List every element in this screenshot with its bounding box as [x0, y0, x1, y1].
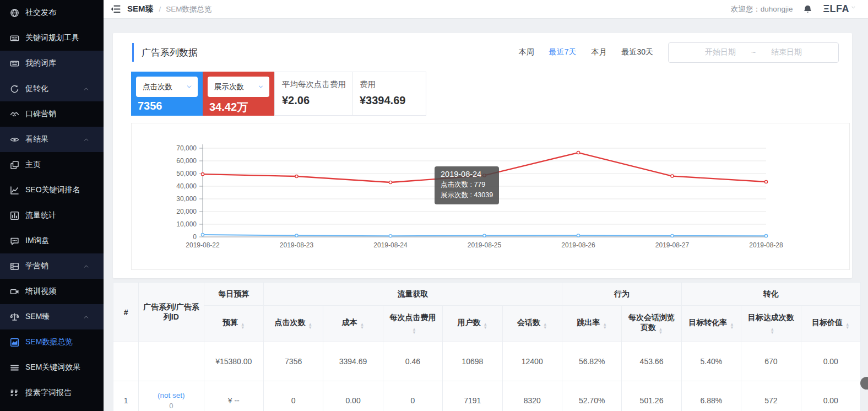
- col-header-label: 成本: [342, 318, 357, 327]
- col-header-6[interactable]: 跳出率▲▼: [562, 306, 621, 342]
- sidebar-item-10[interactable]: 学营销: [0, 253, 104, 279]
- stat-label: 平均每次点击费用: [282, 79, 352, 90]
- svg-text:2019-08-28: 2019-08-28: [749, 241, 783, 249]
- chevron-up-icon: [83, 86, 89, 92]
- table-cell: 670: [741, 342, 801, 381]
- copy-icon: [10, 160, 19, 170]
- col-group-3: 转化: [681, 283, 860, 306]
- date-range-picker[interactable]: 开始日期 ~ 结束日期: [668, 42, 839, 63]
- table-cell: 0.46: [383, 342, 442, 381]
- sidebar-item-12[interactable]: SEM臻: [0, 304, 104, 329]
- sort-icon[interactable]: ▲▼: [308, 323, 312, 330]
- sort-icon[interactable]: ▲▼: [241, 323, 245, 330]
- menu-fold-icon[interactable]: [110, 4, 121, 14]
- end-date-placeholder[interactable]: 结束日期: [771, 47, 802, 57]
- svg-text:30,000: 30,000: [176, 195, 197, 203]
- bell-icon[interactable]: [803, 4, 812, 14]
- sidebar-item-14[interactable]: SEM关键词效果: [0, 355, 104, 380]
- sidebar-item-label: 社交发布: [25, 8, 95, 18]
- col-header-label: 用户数: [458, 318, 481, 327]
- col-header-label: 预算: [223, 318, 238, 327]
- sidebar-item-8[interactable]: 流量统计: [0, 203, 104, 228]
- table-cell: 453.66: [622, 342, 681, 381]
- video-icon: [10, 287, 19, 296]
- metric-select[interactable]: 展示次数: [208, 77, 269, 97]
- sort-icon[interactable]: ▲▼: [543, 323, 547, 330]
- table-cell: 12400: [502, 342, 562, 381]
- campaign-chart: 010,00020,00030,00040,00050,00060,00070,…: [131, 123, 850, 270]
- stat-card-0: 点击次数7356: [131, 72, 203, 116]
- sort-icon[interactable]: ▲▼: [603, 323, 606, 330]
- table-cell: 56.82%: [562, 342, 621, 381]
- sidebar: 社交发布关键词规划工具我的词库促转化口碑营销看结果主页SEO关键词排名流量统计I…: [0, 0, 104, 411]
- table-cell: 8320: [502, 381, 562, 411]
- col-header-2[interactable]: 成本▲▼: [323, 306, 383, 342]
- sidebar-item-label: SEO关键词排名: [25, 185, 95, 195]
- sidebar-item-label: 流量统计: [25, 210, 95, 220]
- sidebar-item-2[interactable]: 我的词库: [0, 51, 104, 76]
- sidebar-item-9[interactable]: IM询盘: [0, 228, 104, 253]
- svg-text:10,000: 10,000: [176, 220, 197, 228]
- stat-value: 7356: [136, 100, 198, 112]
- sidebar-item-label: SEM关键词效果: [25, 363, 95, 372]
- col-header-7[interactable]: 每次会话浏览页数▲▼: [622, 306, 681, 342]
- sort-icon[interactable]: ▲▼: [730, 323, 734, 330]
- table-row: 1(not set)0¥ --00.0007191832052.70%501.2…: [113, 381, 861, 411]
- table-cell: 3394.69: [323, 342, 383, 381]
- sort-icon[interactable]: ▲▼: [484, 323, 487, 330]
- metric-select[interactable]: 点击次数: [136, 77, 198, 97]
- sidebar-item-7[interactable]: SEO关键词排名: [0, 177, 104, 203]
- col-header-1[interactable]: 点击次数▲▼: [263, 306, 323, 342]
- start-date-placeholder[interactable]: 开始日期: [705, 47, 736, 57]
- stat-label: 费用: [360, 79, 426, 90]
- sort-icon[interactable]: ▲▼: [659, 328, 663, 335]
- sidebar-item-15[interactable]: 搜素字词报告: [0, 380, 104, 405]
- col-header-campaign: 广告系列/广告系列ID: [139, 283, 204, 342]
- sidebar-item-label: 我的词库: [25, 58, 95, 68]
- sidebar-item-11[interactable]: 培训视频: [0, 279, 104, 304]
- svg-text:2019-08-25: 2019-08-25: [468, 241, 502, 249]
- col-header-label: 跳出率: [577, 318, 600, 327]
- stat-value: ¥3394.69: [360, 94, 426, 107]
- sidebar-item-label: SEM臻: [25, 312, 83, 322]
- sidebar-item-6[interactable]: 主页: [0, 152, 104, 177]
- brand-logo[interactable]: ΞLFA: [823, 3, 856, 15]
- col-header-10[interactable]: 目标价值▲▼: [801, 306, 861, 342]
- table-cell: 572: [741, 381, 801, 411]
- sidebar-item-5[interactable]: 看结果: [0, 127, 104, 152]
- sidebar-item-label: SEM数据总览: [25, 337, 95, 347]
- svg-text:2019-08-22: 2019-08-22: [186, 241, 220, 249]
- sidebar-item-1[interactable]: 关键词规划工具: [0, 25, 104, 51]
- time-filter-3[interactable]: 最近30天: [621, 47, 653, 57]
- sidebar-item-13[interactable]: SEM数据总览: [0, 329, 104, 355]
- col-header-label: 每次会话浏览页数: [628, 313, 675, 332]
- time-filter-0[interactable]: 本周: [519, 47, 534, 57]
- sidebar-item-label: 搜素字词报告: [25, 388, 95, 398]
- title-accent-bar: [132, 43, 134, 62]
- area-chart-icon: [10, 338, 19, 347]
- col-header-3[interactable]: 每次点击费用▲▼: [383, 306, 442, 342]
- campaign-cell: (not set)0: [139, 381, 204, 411]
- chat-icon: [10, 236, 19, 246]
- table-cell: 52.70%: [562, 381, 621, 411]
- date-range-separator: ~: [751, 48, 756, 57]
- campaign-link[interactable]: (not set): [142, 391, 200, 399]
- sidebar-item-3[interactable]: 促转化: [0, 76, 104, 101]
- col-header-8[interactable]: 目标转化率▲▼: [681, 306, 741, 342]
- sort-icon[interactable]: ▲▼: [771, 328, 774, 335]
- col-header-0[interactable]: 预算▲▼: [204, 306, 263, 342]
- col-header-9[interactable]: 目标达成次数▲▼: [741, 306, 801, 342]
- col-header-4[interactable]: 用户数▲▼: [443, 306, 502, 342]
- time-filter-1[interactable]: 最近7天: [549, 47, 577, 57]
- table-cell: 10698: [443, 342, 502, 381]
- col-header-5[interactable]: 会话数▲▼: [502, 306, 562, 342]
- sidebar-item-4[interactable]: 口碑营销: [0, 101, 104, 127]
- campaign-id: 0: [142, 402, 200, 410]
- sort-icon[interactable]: ▲▼: [412, 328, 416, 335]
- sidebar-item-0[interactable]: 社交发布: [0, 0, 104, 25]
- sort-icon[interactable]: ▲▼: [360, 323, 364, 330]
- stat-card-3: 费用¥3394.69: [352, 72, 426, 116]
- time-filter-2[interactable]: 本月: [591, 47, 606, 57]
- refresh-icon: [10, 84, 19, 94]
- sort-icon[interactable]: ▲▼: [845, 323, 849, 330]
